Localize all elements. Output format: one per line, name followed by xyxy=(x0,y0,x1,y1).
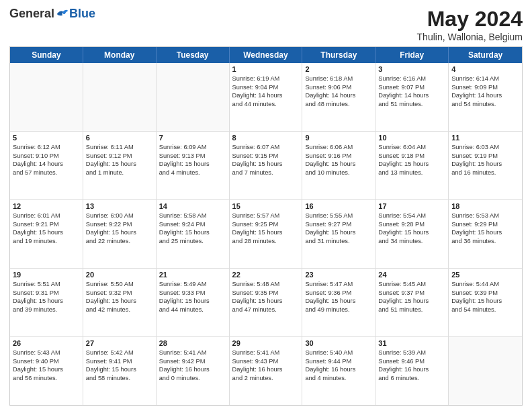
cell-info-line: Sunset: 9:21 PM xyxy=(13,220,80,229)
day-number: 27 xyxy=(86,339,153,347)
calendar-cell xyxy=(10,63,83,131)
cell-info-line: Sunset: 9:28 PM xyxy=(378,220,445,229)
cell-info-line: Daylight: 15 hours xyxy=(13,228,80,237)
calendar-cell: 31Sunrise: 5:39 AMSunset: 9:46 PMDayligh… xyxy=(375,337,449,405)
cell-info-line: Sunset: 9:37 PM xyxy=(378,289,445,298)
calendar-cell xyxy=(83,63,157,131)
weekday-header: Monday xyxy=(83,47,157,63)
cell-info-line: and 31 minutes. xyxy=(305,237,372,246)
cell-info-line: Sunrise: 5:49 AM xyxy=(159,280,226,289)
calendar-cell: 20Sunrise: 5:50 AMSunset: 9:32 PMDayligh… xyxy=(83,269,157,336)
cell-info-line: Sunrise: 5:44 AM xyxy=(451,280,519,289)
cell-info-line: Sunset: 9:24 PM xyxy=(159,220,226,229)
cell-info-line: Daylight: 15 hours xyxy=(305,228,372,237)
cell-info-line: Daylight: 14 hours xyxy=(13,160,80,169)
day-number: 30 xyxy=(305,339,372,347)
cell-info-line: Daylight: 15 hours xyxy=(13,365,80,374)
cell-info-line: Sunrise: 6:16 AM xyxy=(378,75,445,83)
day-number: 19 xyxy=(13,271,80,279)
header: General Blue May 2024 Thulin, Wallonia, … xyxy=(9,7,523,42)
calendar-cell: 24Sunrise: 5:45 AMSunset: 9:37 PMDayligh… xyxy=(375,269,449,336)
cell-info-line: Daylight: 15 hours xyxy=(86,228,153,237)
day-number: 23 xyxy=(305,271,372,279)
calendar-header: SundayMondayTuesdayWednesdayThursdayFrid… xyxy=(10,47,522,63)
cell-info-line: Sunset: 9:27 PM xyxy=(305,220,372,229)
cell-info-line: Sunrise: 5:51 AM xyxy=(13,280,80,289)
cell-info-line: and 51 minutes. xyxy=(378,100,445,109)
cell-info-line: Sunset: 9:41 PM xyxy=(86,357,153,366)
cell-info-line: Sunrise: 5:53 AM xyxy=(451,212,519,220)
cell-info-line: Daylight: 14 hours xyxy=(451,91,519,100)
calendar-row: 12Sunrise: 6:01 AMSunset: 9:21 PMDayligh… xyxy=(10,200,522,269)
cell-info-line: Sunrise: 5:43 AM xyxy=(13,349,80,357)
cell-info-line: and 4 minutes. xyxy=(159,169,226,177)
day-number: 17 xyxy=(378,202,445,210)
calendar-cell: 21Sunrise: 5:49 AMSunset: 9:33 PMDayligh… xyxy=(157,269,230,336)
day-number: 14 xyxy=(159,202,226,210)
cell-info-line: Sunrise: 6:12 AM xyxy=(13,143,80,152)
calendar-row: 19Sunrise: 5:51 AMSunset: 9:31 PMDayligh… xyxy=(10,269,522,337)
cell-info-line: Sunrise: 5:42 AM xyxy=(86,349,153,357)
cell-info-line: Sunrise: 6:00 AM xyxy=(86,212,153,220)
cell-info-line: Sunrise: 6:04 AM xyxy=(378,143,445,152)
cell-info-line: Daylight: 16 hours xyxy=(378,365,445,374)
calendar-cell: 11Sunrise: 6:03 AMSunset: 9:19 PMDayligh… xyxy=(449,132,522,199)
day-number: 1 xyxy=(232,65,300,73)
day-number: 20 xyxy=(86,271,153,279)
calendar-row: 1Sunrise: 6:19 AMSunset: 9:04 PMDaylight… xyxy=(10,63,522,132)
calendar-cell: 15Sunrise: 5:57 AMSunset: 9:25 PMDayligh… xyxy=(230,200,303,268)
calendar-cell: 30Sunrise: 5:40 AMSunset: 9:44 PMDayligh… xyxy=(302,337,375,405)
cell-info-line: Daylight: 15 hours xyxy=(86,365,153,374)
day-number: 18 xyxy=(451,202,519,210)
cell-info-line: Sunset: 9:36 PM xyxy=(305,289,372,298)
day-number: 11 xyxy=(451,134,519,142)
cell-info-line: Daylight: 16 hours xyxy=(159,365,226,374)
cell-info-line: Sunset: 9:07 PM xyxy=(378,83,445,92)
cell-info-line: Daylight: 15 hours xyxy=(378,160,445,169)
calendar-cell: 4Sunrise: 6:14 AMSunset: 9:09 PMDaylight… xyxy=(449,63,522,131)
day-number: 4 xyxy=(451,65,519,73)
cell-info-line: Sunrise: 5:40 AM xyxy=(305,349,372,357)
cell-info-line: Sunrise: 6:03 AM xyxy=(451,143,519,152)
cell-info-line: Sunset: 9:19 PM xyxy=(451,152,519,161)
logo-blue: Blue xyxy=(69,7,95,21)
cell-info-line: and 6 minutes. xyxy=(378,374,445,383)
calendar-cell: 9Sunrise: 6:06 AMSunset: 9:16 PMDaylight… xyxy=(302,132,375,199)
calendar-cell: 8Sunrise: 6:07 AMSunset: 9:15 PMDaylight… xyxy=(230,132,303,199)
cell-info-line: Sunset: 9:04 PM xyxy=(232,83,300,92)
cell-info-line: and 36 minutes. xyxy=(451,237,519,246)
cell-info-line: and 10 minutes. xyxy=(305,169,372,177)
cell-info-line: and 44 minutes. xyxy=(159,306,226,314)
calendar-cell: 22Sunrise: 5:48 AMSunset: 9:35 PMDayligh… xyxy=(230,269,303,336)
day-number: 8 xyxy=(232,134,300,142)
calendar-cell: 26Sunrise: 5:43 AMSunset: 9:40 PMDayligh… xyxy=(10,337,83,405)
cell-info-line: Sunrise: 6:14 AM xyxy=(451,75,519,83)
cell-info-line: and 49 minutes. xyxy=(305,306,372,314)
calendar: SundayMondayTuesdayWednesdayThursdayFrid… xyxy=(9,46,523,406)
cell-info-line: Daylight: 15 hours xyxy=(378,228,445,237)
cell-info-line: and 48 minutes. xyxy=(305,100,372,109)
cell-info-line: Sunset: 9:29 PM xyxy=(451,220,519,229)
cell-info-line: Sunrise: 5:48 AM xyxy=(232,280,300,289)
cell-info-line: Sunrise: 6:11 AM xyxy=(86,143,153,152)
cell-info-line: Daylight: 15 hours xyxy=(86,297,153,306)
cell-info-line: Sunrise: 5:47 AM xyxy=(305,280,372,289)
cell-info-line: and 57 minutes. xyxy=(13,169,80,177)
cell-info-line: Sunrise: 5:50 AM xyxy=(86,280,153,289)
calendar-cell: 29Sunrise: 5:41 AMSunset: 9:43 PMDayligh… xyxy=(230,337,303,405)
cell-info-line: and 56 minutes. xyxy=(13,374,80,383)
cell-info-line: and 19 minutes. xyxy=(13,237,80,246)
cell-info-line: Daylight: 15 hours xyxy=(159,228,226,237)
calendar-body: 1Sunrise: 6:19 AMSunset: 9:04 PMDaylight… xyxy=(10,63,522,405)
day-number: 3 xyxy=(378,65,445,73)
weekday-header: Saturday xyxy=(449,47,522,63)
location: Thulin, Wallonia, Belgium xyxy=(417,32,523,42)
cell-info-line: and 28 minutes. xyxy=(232,237,300,246)
day-number: 16 xyxy=(305,202,372,210)
cell-info-line: and 34 minutes. xyxy=(378,237,445,246)
calendar-cell: 3Sunrise: 6:16 AMSunset: 9:07 PMDaylight… xyxy=(375,63,449,131)
cell-info-line: and 39 minutes. xyxy=(13,306,80,314)
cell-info-line: Sunset: 9:46 PM xyxy=(378,357,445,366)
cell-info-line: Sunrise: 6:18 AM xyxy=(305,75,372,83)
cell-info-line: Sunrise: 6:07 AM xyxy=(232,143,300,152)
